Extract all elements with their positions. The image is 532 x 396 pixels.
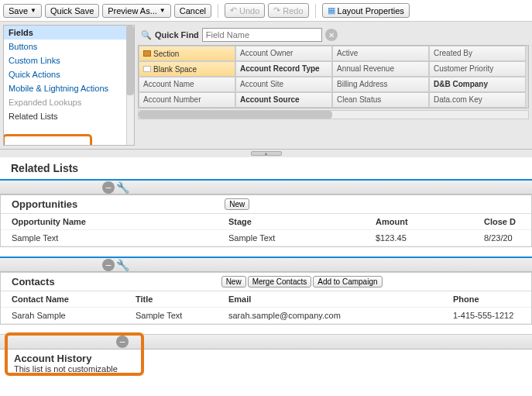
- account-history-toolbar: –: [0, 334, 532, 350]
- palette-area: Fields Buttons Custom Links Quick Action…: [0, 22, 532, 150]
- col-close-date: Close D: [473, 214, 531, 230]
- pill-account-record-type[interactable]: Account Record Type: [235, 61, 332, 77]
- sidebar-item-custom-links[interactable]: Custom Links: [4, 53, 134, 67]
- opp-new-button[interactable]: New: [225, 198, 249, 210]
- quick-save-button[interactable]: Quick Save: [45, 4, 99, 18]
- quick-find-row: 🔍 Quick Find ✕: [138, 25, 529, 45]
- pill-billing-address[interactable]: Billing Address: [332, 77, 429, 92]
- save-button[interactable]: Save▼: [3, 4, 42, 18]
- quick-find-label: Quick Find: [155, 30, 199, 40]
- table-row: Sample Text Sample Text $123.45 8/23/20: [1, 230, 531, 246]
- merge-contacts-button[interactable]: Merge Contacts: [248, 276, 312, 288]
- pill-clean-status[interactable]: Clean Status: [332, 92, 429, 108]
- pill-section[interactable]: Section: [139, 46, 235, 61]
- pill-blank-space[interactable]: Blank Space: [139, 61, 235, 77]
- col-phone: Phone: [442, 291, 531, 308]
- redo-button[interactable]: ↷Redo: [268, 3, 308, 18]
- layout-properties-button[interactable]: ▦Layout Properties: [322, 3, 410, 18]
- clear-icon[interactable]: ✕: [325, 29, 338, 41]
- contacts-toolbar: – 🔧: [0, 257, 532, 272]
- add-to-campaign-button[interactable]: Add to Campaign: [313, 276, 382, 288]
- pill-created-by[interactable]: Created By: [429, 46, 526, 61]
- undo-icon: ↶: [230, 5, 237, 15]
- pill-account-number[interactable]: Account Number: [139, 92, 235, 108]
- sidebar-item-fields[interactable]: Fields: [4, 26, 134, 40]
- palette-scrollbar[interactable]: [138, 110, 529, 119]
- search-icon: 🔍: [141, 30, 152, 40]
- pill-datacom-key[interactable]: Data.com Key: [429, 92, 526, 108]
- sidebar-item-expanded-lookups[interactable]: Expanded Lookups: [4, 95, 134, 109]
- preview-as-button[interactable]: Preview As...▼: [102, 4, 171, 18]
- sidebar-item-mobile-actions[interactable]: Mobile & Lightning Actions: [4, 81, 134, 95]
- sidebar-item-quick-actions[interactable]: Quick Actions: [4, 67, 134, 81]
- remove-icon[interactable]: –: [102, 259, 115, 271]
- col-amount: Amount: [365, 214, 473, 230]
- cancel-button[interactable]: Cancel: [174, 4, 211, 18]
- sidebar-scrollbar[interactable]: [126, 26, 134, 145]
- layout-icon: ▦: [328, 5, 335, 15]
- wrench-icon[interactable]: 🔧: [116, 181, 129, 194]
- sidebar-item-related-lists[interactable]: Related Lists: [4, 109, 134, 123]
- section-icon: [143, 50, 151, 57]
- top-toolbar: Save▼ Quick Save Preview As...▼ Cancel ↶…: [0, 0, 532, 22]
- field-palette: 🔍 Quick Find ✕ Section Account Owner Act…: [138, 25, 529, 146]
- pill-account-name[interactable]: Account Name: [139, 77, 235, 92]
- opportunities-title: Opportunities: [12, 198, 77, 210]
- contacts-table: Contact Name Title Email Phone Sarah Sam…: [1, 291, 531, 324]
- category-sidebar: Fields Buttons Custom Links Quick Action…: [3, 25, 135, 146]
- separator: [218, 4, 218, 18]
- blank-icon: [143, 66, 151, 72]
- opportunities-table: Opportunity Name Stage Amount Close D Sa…: [1, 214, 531, 246]
- account-history-block: – Account History This list is not custo…: [0, 334, 532, 380]
- contacts-block: Contacts New Merge Contacts Add to Campa…: [0, 272, 532, 325]
- splitter[interactable]: ▲: [0, 150, 532, 157]
- quick-find-input[interactable]: [202, 28, 322, 42]
- col-contact-name: Contact Name: [1, 291, 125, 308]
- col-title: Title: [125, 291, 218, 308]
- contacts-title: Contacts: [12, 276, 55, 288]
- pill-active[interactable]: Active: [332, 46, 429, 61]
- account-history-title: Account History: [14, 353, 518, 364]
- highlight-related-lists: [3, 134, 92, 146]
- pill-account-site[interactable]: Account Site: [235, 77, 332, 92]
- opportunities-block: Opportunities New Opportunity Name Stage…: [0, 195, 532, 247]
- separator: [315, 4, 316, 18]
- pill-dnb-company[interactable]: D&B Company: [429, 77, 526, 92]
- account-history-subtitle: This list is not customizable: [14, 364, 518, 374]
- related-lists-header: Related Lists: [0, 157, 532, 179]
- remove-icon[interactable]: –: [116, 336, 129, 348]
- col-email: Email: [218, 291, 442, 308]
- wrench-icon[interactable]: 🔧: [116, 259, 129, 271]
- pill-account-owner[interactable]: Account Owner: [235, 46, 332, 61]
- undo-button[interactable]: ↶Undo: [225, 3, 265, 18]
- col-opp-name: Opportunity Name: [1, 214, 218, 230]
- sidebar-item-buttons[interactable]: Buttons: [4, 40, 134, 53]
- opportunities-toolbar: – 🔧: [0, 179, 532, 195]
- redo-icon: ↷: [273, 5, 280, 15]
- pill-account-source[interactable]: Account Source: [235, 92, 332, 108]
- remove-icon[interactable]: –: [102, 181, 115, 194]
- pill-annual-revenue[interactable]: Annual Revenue: [332, 61, 429, 77]
- field-grid: Section Account Owner Active Created By …: [138, 45, 529, 108]
- table-row: Sarah Sample Sample Text sarah.sample@co…: [1, 308, 531, 324]
- pill-customer-priority[interactable]: Customer Priority: [429, 61, 526, 77]
- col-stage: Stage: [218, 214, 365, 230]
- contacts-new-button[interactable]: New: [221, 276, 246, 288]
